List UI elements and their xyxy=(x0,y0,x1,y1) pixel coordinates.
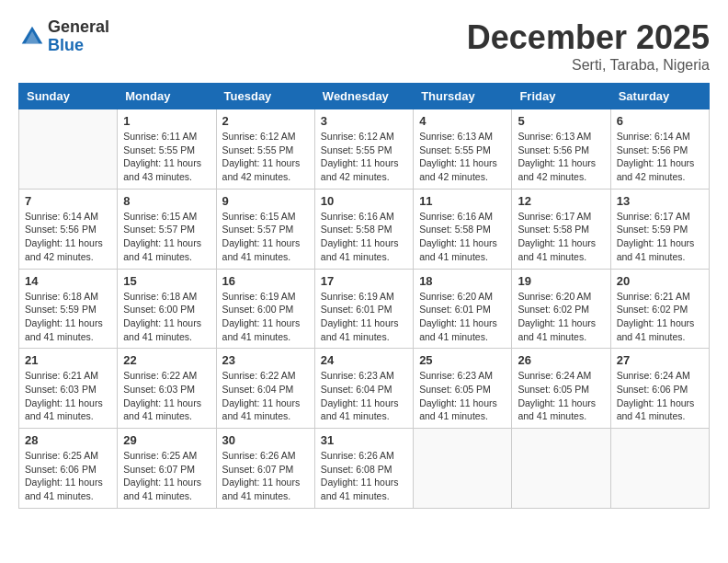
day-info: Sunrise: 6:13 AM Sunset: 5:56 PM Dayligh… xyxy=(518,130,604,184)
day-info: Sunrise: 6:14 AM Sunset: 5:56 PM Dayligh… xyxy=(25,210,111,264)
day-number: 5 xyxy=(518,114,604,128)
day-info: Sunrise: 6:25 AM Sunset: 6:06 PM Dayligh… xyxy=(25,449,111,503)
calendar-cell: 23Sunrise: 6:22 AM Sunset: 6:04 PM Dayli… xyxy=(216,349,314,429)
location: Serti, Taraba, Nigeria xyxy=(467,57,710,74)
calendar-week-row: 1Sunrise: 6:11 AM Sunset: 5:55 PM Daylig… xyxy=(19,109,710,190)
calendar-cell: 3Sunrise: 6:12 AM Sunset: 5:55 PM Daylig… xyxy=(314,109,413,190)
calendar-cell: 30Sunrise: 6:26 AM Sunset: 6:07 PM Dayli… xyxy=(216,429,314,509)
logo-general-text: General xyxy=(48,18,109,37)
day-number: 2 xyxy=(222,114,309,128)
calendar-week-row: 21Sunrise: 6:21 AM Sunset: 6:03 PM Dayli… xyxy=(19,349,710,429)
day-number: 3 xyxy=(321,114,407,128)
calendar-cell: 1Sunrise: 6:11 AM Sunset: 5:55 PM Daylig… xyxy=(118,109,216,190)
day-number: 17 xyxy=(321,274,407,288)
day-number: 7 xyxy=(25,194,111,208)
day-info: Sunrise: 6:25 AM Sunset: 6:07 PM Dayligh… xyxy=(123,449,210,503)
day-number: 25 xyxy=(419,353,506,367)
day-number: 23 xyxy=(222,353,309,367)
calendar-cell xyxy=(610,429,709,509)
calendar-cell: 7Sunrise: 6:14 AM Sunset: 5:56 PM Daylig… xyxy=(19,189,118,269)
day-info: Sunrise: 6:15 AM Sunset: 5:57 PM Dayligh… xyxy=(222,210,309,264)
day-number: 20 xyxy=(617,274,703,288)
day-number: 26 xyxy=(518,353,604,367)
day-number: 8 xyxy=(123,194,210,208)
weekday-header-friday: Friday xyxy=(512,84,610,109)
weekday-header-monday: Monday xyxy=(118,84,216,109)
day-number: 27 xyxy=(617,353,703,367)
calendar-table: SundayMondayTuesdayWednesdayThursdayFrid… xyxy=(18,83,710,509)
day-info: Sunrise: 6:20 AM Sunset: 6:02 PM Dayligh… xyxy=(518,290,604,344)
day-number: 1 xyxy=(123,114,210,128)
calendar-cell: 31Sunrise: 6:26 AM Sunset: 6:08 PM Dayli… xyxy=(314,429,413,509)
weekday-header-tuesday: Tuesday xyxy=(216,84,314,109)
day-info: Sunrise: 6:16 AM Sunset: 5:58 PM Dayligh… xyxy=(321,210,407,264)
calendar-cell: 19Sunrise: 6:20 AM Sunset: 6:02 PM Dayli… xyxy=(512,269,610,349)
page-header: General Blue December 2025 Serti, Taraba… xyxy=(18,18,710,74)
calendar-cell: 18Sunrise: 6:20 AM Sunset: 6:01 PM Dayli… xyxy=(414,269,512,349)
day-number: 10 xyxy=(321,194,407,208)
calendar-cell: 22Sunrise: 6:22 AM Sunset: 6:03 PM Dayli… xyxy=(118,349,216,429)
title-area: December 2025 Serti, Taraba, Nigeria xyxy=(467,18,710,74)
day-info: Sunrise: 6:22 AM Sunset: 6:04 PM Dayligh… xyxy=(222,369,309,423)
day-number: 22 xyxy=(123,353,210,367)
weekday-header-row: SundayMondayTuesdayWednesdayThursdayFrid… xyxy=(19,84,710,109)
calendar-cell: 8Sunrise: 6:15 AM Sunset: 5:57 PM Daylig… xyxy=(118,189,216,269)
day-number: 14 xyxy=(25,274,111,288)
calendar-week-row: 7Sunrise: 6:14 AM Sunset: 5:56 PM Daylig… xyxy=(19,189,710,269)
logo-blue-text: Blue xyxy=(48,37,109,55)
day-info: Sunrise: 6:21 AM Sunset: 6:02 PM Dayligh… xyxy=(617,290,703,344)
calendar-cell: 15Sunrise: 6:18 AM Sunset: 6:00 PM Dayli… xyxy=(118,269,216,349)
day-info: Sunrise: 6:11 AM Sunset: 5:55 PM Dayligh… xyxy=(123,130,210,184)
day-number: 24 xyxy=(321,353,407,367)
day-number: 31 xyxy=(321,433,407,447)
calendar-cell xyxy=(512,429,610,509)
day-info: Sunrise: 6:14 AM Sunset: 5:56 PM Dayligh… xyxy=(617,130,703,184)
day-number: 18 xyxy=(419,274,506,288)
logo: General Blue xyxy=(18,18,109,55)
day-info: Sunrise: 6:20 AM Sunset: 6:01 PM Dayligh… xyxy=(419,290,506,344)
day-info: Sunrise: 6:18 AM Sunset: 6:00 PM Dayligh… xyxy=(123,290,210,344)
calendar-cell: 11Sunrise: 6:16 AM Sunset: 5:58 PM Dayli… xyxy=(414,189,512,269)
calendar-cell: 5Sunrise: 6:13 AM Sunset: 5:56 PM Daylig… xyxy=(512,109,610,190)
day-info: Sunrise: 6:26 AM Sunset: 6:08 PM Dayligh… xyxy=(321,449,407,503)
day-info: Sunrise: 6:12 AM Sunset: 5:55 PM Dayligh… xyxy=(222,130,309,184)
calendar-header: SundayMondayTuesdayWednesdayThursdayFrid… xyxy=(19,84,710,109)
calendar-cell: 28Sunrise: 6:25 AM Sunset: 6:06 PM Dayli… xyxy=(19,429,118,509)
calendar-cell: 9Sunrise: 6:15 AM Sunset: 5:57 PM Daylig… xyxy=(216,189,314,269)
day-info: Sunrise: 6:21 AM Sunset: 6:03 PM Dayligh… xyxy=(25,369,111,423)
calendar-body: 1Sunrise: 6:11 AM Sunset: 5:55 PM Daylig… xyxy=(19,109,710,509)
calendar-cell: 20Sunrise: 6:21 AM Sunset: 6:02 PM Dayli… xyxy=(610,269,709,349)
weekday-header-wednesday: Wednesday xyxy=(314,84,413,109)
day-info: Sunrise: 6:26 AM Sunset: 6:07 PM Dayligh… xyxy=(222,449,309,503)
calendar-cell: 29Sunrise: 6:25 AM Sunset: 6:07 PM Dayli… xyxy=(118,429,216,509)
calendar-cell: 14Sunrise: 6:18 AM Sunset: 5:59 PM Dayli… xyxy=(19,269,118,349)
day-number: 21 xyxy=(25,353,111,367)
day-info: Sunrise: 6:17 AM Sunset: 5:59 PM Dayligh… xyxy=(617,210,703,264)
day-number: 4 xyxy=(419,114,506,128)
weekday-header-saturday: Saturday xyxy=(610,84,709,109)
day-info: Sunrise: 6:22 AM Sunset: 6:03 PM Dayligh… xyxy=(123,369,210,423)
calendar-cell: 10Sunrise: 6:16 AM Sunset: 5:58 PM Dayli… xyxy=(314,189,413,269)
day-number: 13 xyxy=(617,194,703,208)
day-info: Sunrise: 6:23 AM Sunset: 6:05 PM Dayligh… xyxy=(419,369,506,423)
weekday-header-sunday: Sunday xyxy=(19,84,118,109)
day-info: Sunrise: 6:19 AM Sunset: 6:01 PM Dayligh… xyxy=(321,290,407,344)
calendar-cell: 24Sunrise: 6:23 AM Sunset: 6:04 PM Dayli… xyxy=(314,349,413,429)
calendar-cell: 2Sunrise: 6:12 AM Sunset: 5:55 PM Daylig… xyxy=(216,109,314,190)
day-number: 19 xyxy=(518,274,604,288)
day-number: 28 xyxy=(25,433,111,447)
day-info: Sunrise: 6:23 AM Sunset: 6:04 PM Dayligh… xyxy=(321,369,407,423)
day-number: 30 xyxy=(222,433,309,447)
calendar-cell: 21Sunrise: 6:21 AM Sunset: 6:03 PM Dayli… xyxy=(19,349,118,429)
day-info: Sunrise: 6:19 AM Sunset: 6:00 PM Dayligh… xyxy=(222,290,309,344)
day-number: 9 xyxy=(222,194,309,208)
day-info: Sunrise: 6:12 AM Sunset: 5:55 PM Dayligh… xyxy=(321,130,407,184)
calendar-cell xyxy=(414,429,512,509)
calendar-cell: 27Sunrise: 6:24 AM Sunset: 6:06 PM Dayli… xyxy=(610,349,709,429)
logo-icon xyxy=(18,23,46,51)
day-number: 29 xyxy=(123,433,210,447)
calendar-week-row: 28Sunrise: 6:25 AM Sunset: 6:06 PM Dayli… xyxy=(19,429,710,509)
logo-text: General Blue xyxy=(48,18,109,55)
day-info: Sunrise: 6:18 AM Sunset: 5:59 PM Dayligh… xyxy=(25,290,111,344)
calendar-week-row: 14Sunrise: 6:18 AM Sunset: 5:59 PM Dayli… xyxy=(19,269,710,349)
